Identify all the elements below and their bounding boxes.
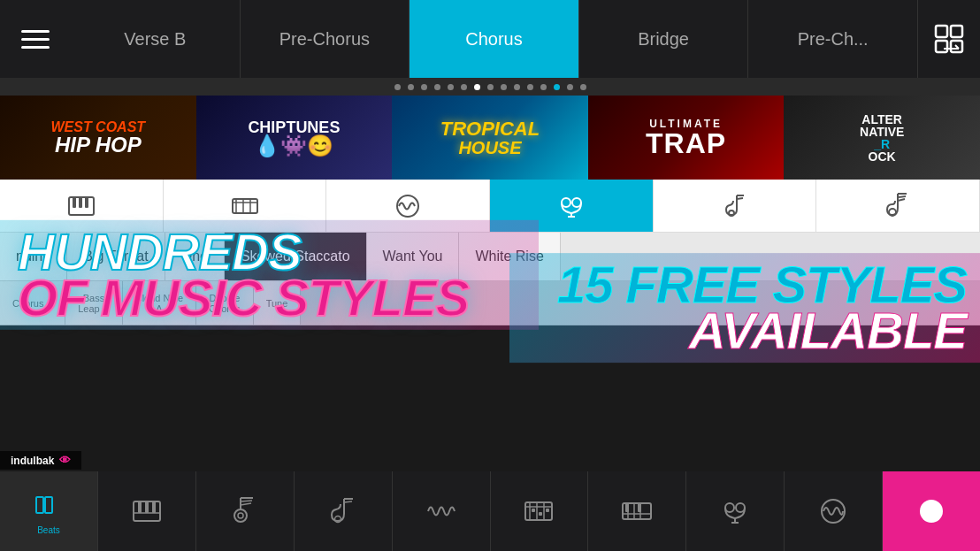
svg-point-20 [729,210,734,216]
style-want-you[interactable]: Want You [367,233,460,280]
style-big-throat[interactable]: Big Throat [67,233,165,280]
tab-pre-chorus[interactable]: Pre-Chorus [241,0,410,78]
hamburger-icon [21,30,50,49]
tab-bridge[interactable]: Bridge [579,0,749,78]
nav-bass[interactable] [295,471,393,551]
instrument-bass[interactable] [654,180,817,232]
svg-rect-9 [85,197,88,208]
dot-1[interactable] [394,84,401,90]
svg-point-15 [397,195,418,217]
svg-point-35 [238,513,243,518]
svg-point-16 [562,198,570,207]
svg-point-64 [925,505,938,517]
dot-4[interactable] [434,84,440,90]
nav-synth[interactable] [785,471,883,551]
nav-tabs: Verse B Pre-Chorus Chorus Bridge Pre-Ch.… [71,0,918,78]
instrument-synth[interactable] [326,180,490,232]
svg-rect-48 [532,509,535,512]
svg-line-25 [898,196,906,197]
style-list: nding Big Throat One Skewed Staccato Wan… [0,233,980,281]
svg-line-42 [344,501,352,502]
dot-15[interactable] [580,84,586,90]
sub-style-list: Chorus A Bass Leap C Cloud Nine A Doodle… [0,281,980,325]
svg-line-26 [898,199,905,201]
nav-beats-label: Beats [37,525,60,535]
dot-12[interactable] [540,84,547,90]
pagination-dots [0,78,980,96]
nav-beats[interactable]: Beats [0,471,98,551]
genre-ultimate-trap[interactable]: ULTIMATE TRAP [588,96,785,180]
genre-tropical-house[interactable]: TROPICAL HOUSE [392,96,588,180]
tab-pre-ch2[interactable]: Pre-Ch... [748,0,918,78]
nav-vocal[interactable] [686,471,785,551]
svg-rect-0 [936,26,947,37]
svg-rect-30 [138,501,142,513]
svg-rect-8 [79,197,82,208]
dot-7[interactable] [474,84,480,90]
svg-rect-31 [145,501,149,513]
nav-drum-machine[interactable] [491,471,589,551]
svg-rect-2 [936,41,947,52]
svg-point-59 [736,503,745,512]
instrument-piano[interactable] [0,180,164,232]
style-white-rise[interactable]: White Rise [459,233,560,280]
brand-logo: indulbak [11,455,54,467]
sub-style-tune[interactable]: Tune [254,281,302,325]
dot-5[interactable] [448,84,454,90]
dot-3[interactable] [421,84,427,90]
tab-chorus[interactable]: Chorus [410,0,579,78]
nav-wave[interactable] [393,471,491,551]
svg-rect-49 [539,512,542,516]
svg-rect-50 [546,509,549,512]
svg-rect-1 [951,26,962,37]
svg-line-38 [241,501,252,501]
svg-point-17 [572,198,581,207]
style-one[interactable]: One [165,233,225,280]
brand-strip: indulbak 👁 [0,451,81,470]
dot-14[interactable] [567,84,573,90]
sub-style-bass-leap-c[interactable]: Bass Leap C [65,281,122,325]
nav-record[interactable] [883,471,980,551]
svg-rect-56 [625,503,629,512]
dot-9[interactable] [501,84,507,90]
dot-11[interactable] [527,84,533,90]
svg-rect-27 [36,497,43,513]
bottom-navigation: Beats [0,471,980,551]
menu-button[interactable] [0,0,71,78]
style-nding[interactable]: nding [0,233,67,280]
svg-rect-28 [45,497,52,513]
instrument-vocal[interactable] [490,180,654,232]
sub-style-cloud-nine-a[interactable]: Cloud Nine A [123,281,196,325]
svg-rect-7 [73,197,76,208]
sub-style-doodle-chorus[interactable]: Doodle Chorus [196,281,253,325]
instrument-selector [0,180,980,233]
dot-8[interactable] [487,84,494,90]
arrangement-button[interactable] [918,0,980,78]
genre-chiptunes[interactable]: CHIPTUNES 💧👾😊 [196,96,393,180]
svg-point-34 [234,509,247,522]
svg-rect-32 [152,501,156,513]
genre-west-coast-hip-hop[interactable]: WEST COAST HIP HOP [0,96,196,180]
dot-6[interactable] [461,84,467,90]
genre-alternative-rock[interactable]: ALTER NATIVE _R OCK [784,96,980,180]
nav-guitar[interactable] [196,471,295,551]
sub-style-chorus-a[interactable]: Chorus A [0,281,65,325]
svg-rect-57 [638,503,641,512]
dot-13[interactable] [554,84,560,90]
tab-verse-b[interactable]: Verse B [71,0,241,78]
dot-10[interactable] [514,84,520,90]
top-navigation: Verse B Pre-Chorus Chorus Bridge Pre-Ch.… [0,0,980,78]
instrument-guitar[interactable] [816,180,980,232]
instrument-drums[interactable] [164,180,327,232]
svg-line-39 [241,503,251,505]
svg-line-22 [737,198,743,199]
svg-point-58 [725,503,734,512]
dot-2[interactable] [408,84,414,90]
style-skewed-staccato[interactable]: Skewed Staccato [225,233,367,280]
genre-banners: WEST COAST HIP HOP CHIPTUNES 💧👾😊 TROPICA… [0,96,980,180]
nav-keys[interactable] [588,471,686,551]
brand-icon: 👁 [59,454,71,467]
nav-piano-roll[interactable] [98,471,196,551]
